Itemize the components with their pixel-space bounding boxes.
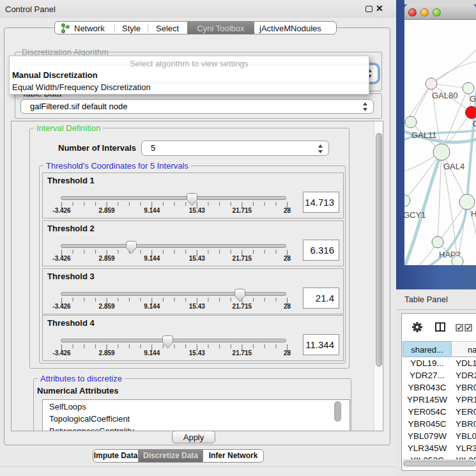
network-edge[interactable] <box>411 84 431 122</box>
network-node[interactable] <box>405 116 417 128</box>
network-node-label: GAL11 <box>411 130 437 140</box>
list-scrollbar[interactable] <box>334 401 341 422</box>
table-row[interactable]: YER054CYER05 <box>402 406 476 418</box>
network-node-label: GAL4 <box>443 162 464 171</box>
tick-label: -3.426 <box>52 303 70 310</box>
table-row[interactable]: YBR045CYBR04 <box>402 418 476 430</box>
checkbox-icon[interactable] <box>456 324 463 332</box>
network-node-label: GCY1 <box>404 210 426 220</box>
tab-style[interactable]: Style <box>122 24 141 33</box>
bottom-tab-discretize-data[interactable]: Discretize Data <box>139 449 203 463</box>
popup-placeholder: Select algorithm to view settings <box>10 59 369 68</box>
slider-thumb[interactable] <box>162 335 173 349</box>
spinner-stepper-icon <box>318 143 323 157</box>
network-edge[interactable] <box>431 61 476 84</box>
network-window-titlebar[interactable] <box>404 4 476 20</box>
column-header-shared-name[interactable]: shared... <box>403 341 452 357</box>
bottom-tab-infer-network[interactable]: Infer Network <box>203 449 264 463</box>
scrollbar-thumb[interactable] <box>376 133 382 367</box>
number-of-intervals-spinner[interactable]: 5 <box>141 141 329 156</box>
tick-label: 2.859 <box>99 303 115 310</box>
control-panel-titlebar <box>0 0 396 18</box>
h-scrollbar-thumb[interactable] <box>403 461 476 466</box>
threshold-value-field[interactable]: 11.344 <box>303 334 339 355</box>
threshold-value-field[interactable]: 14.713 <box>303 192 339 213</box>
table-row[interactable]: YLR345WYLR34 <box>402 442 476 454</box>
number-of-intervals-label: Number of Intervals <box>58 143 136 153</box>
cell-shared-name: YDR27... <box>403 369 452 381</box>
network-node[interactable] <box>452 256 463 265</box>
numerical-attributes-list[interactable]: SelfLoopsTopologicalCoefficientBetweenne… <box>42 399 350 431</box>
tab-select[interactable]: Select <box>156 24 179 33</box>
network-edge[interactable] <box>404 152 441 201</box>
threshold-label: Threshold 1 <box>47 176 95 185</box>
slider-track[interactable] <box>61 244 286 248</box>
tick-label: 9.144 <box>144 255 160 262</box>
slider-thumb[interactable] <box>187 193 197 206</box>
attribute-list-item[interactable]: BetweennessCentrality <box>49 425 134 431</box>
tick-label: 15.43 <box>189 349 205 357</box>
threshold-panel: Threshold 3-3.4262.8599.14415.4321.71528… <box>42 268 344 314</box>
tick-label: 9.144 <box>144 349 160 357</box>
slider-track[interactable] <box>61 196 286 200</box>
network-node[interactable] <box>404 195 410 206</box>
threshold-label: Threshold 3 <box>47 272 95 281</box>
threshold-value-field[interactable]: 21.4 <box>303 288 339 309</box>
network-node[interactable] <box>432 236 443 248</box>
table-row[interactable]: YDL19...YDL19 <box>402 357 476 369</box>
tick-label: 15.43 <box>189 207 205 214</box>
network-node-label: GAL80 <box>432 91 457 100</box>
threshold-value-field[interactable]: 6.316 <box>303 240 339 261</box>
slider-ticks <box>61 344 288 353</box>
close-icon[interactable]: ✕ <box>376 3 383 13</box>
cell-shared-name: YER054C <box>403 406 452 418</box>
interval-definition-group: Interval Definition Number of Intervals … <box>29 128 349 369</box>
tick-label: -3.426 <box>52 349 70 357</box>
popup-item[interactable]: Equal Width/Frequency Discretization <box>10 82 369 92</box>
columns-icon[interactable] <box>435 322 446 332</box>
desktop-top-band <box>404 0 476 4</box>
slider-thumb[interactable] <box>126 241 137 254</box>
tick-label: 2.859 <box>99 255 115 262</box>
network-canvas[interactable]: GAL80GACGAL11GAL4GCY1HHAP2 <box>404 20 476 265</box>
column-header-name[interactable]: na... <box>452 341 476 357</box>
network-node[interactable] <box>459 194 475 210</box>
gear-icon[interactable] <box>412 322 422 332</box>
checkbox-icon[interactable] <box>464 324 472 332</box>
network-node[interactable] <box>466 107 476 119</box>
apply-button[interactable]: Apply <box>172 431 215 443</box>
table-row[interactable]: YBL079WYBL07 <box>402 430 476 442</box>
table-row[interactable]: YDR27...YDR27 <box>402 369 476 381</box>
combo-value: galFiltered.sif default node <box>30 102 127 111</box>
network-node[interactable] <box>426 78 437 89</box>
close-traffic-light-icon[interactable] <box>408 8 417 17</box>
attribute-list-item[interactable]: SelfLoops <box>49 401 86 413</box>
algorithm-dropdown-popup: Select algorithm to view settingsManual … <box>9 56 369 95</box>
bottom-tab-impute-data[interactable]: Impute Data <box>93 449 139 463</box>
network-node[interactable] <box>433 144 450 160</box>
cell-name: YER05 <box>456 406 476 418</box>
combo-stepper-icon <box>362 101 368 114</box>
minimize-traffic-light-icon[interactable] <box>420 8 429 17</box>
tick-label: 9.144 <box>144 207 160 214</box>
slider-thumb[interactable] <box>234 289 245 302</box>
spinner-value: 5 <box>151 143 155 153</box>
slider-track[interactable] <box>61 292 286 296</box>
popup-item[interactable]: Manual Discretization <box>10 70 369 80</box>
network-node[interactable] <box>463 82 474 94</box>
tab-jactivemnodules[interactable]: jActiveMNodules <box>259 24 321 33</box>
slider-track[interactable] <box>61 339 286 342</box>
network-node-label: GA <box>470 94 476 104</box>
tick-label: 28 <box>284 349 291 357</box>
table-data-combobox[interactable]: galFiltered.sif default node <box>20 99 374 114</box>
table-row[interactable]: YPR145WYPR14 <box>402 394 476 406</box>
tab-network[interactable]: Network <box>74 24 105 33</box>
tab-cyni-toolbox[interactable]: Cyni Toolbox <box>187 22 254 35</box>
attribute-list-item[interactable]: TopologicalCoefficient <box>49 413 130 425</box>
float-window-icon[interactable] <box>365 6 372 12</box>
network-node-label: C <box>473 119 476 128</box>
table-data-group: Table Data galFiltered.sif default node <box>15 93 382 119</box>
zoom-traffic-light-icon[interactable] <box>433 8 441 17</box>
table-row[interactable]: YBR043CYBR04 <box>402 381 476 394</box>
cell-name: YBL07 <box>456 430 476 442</box>
